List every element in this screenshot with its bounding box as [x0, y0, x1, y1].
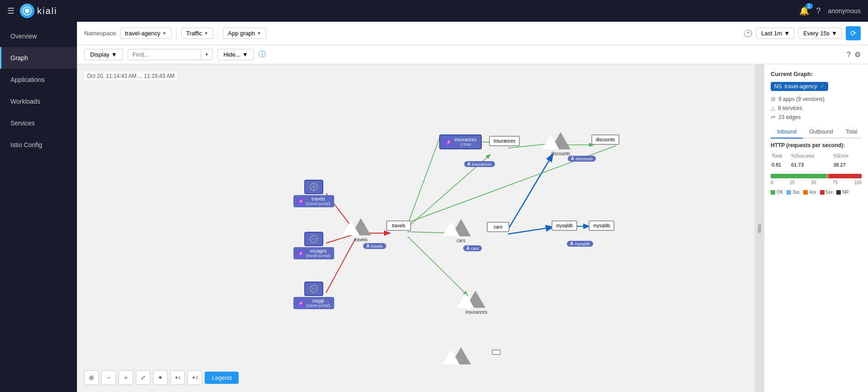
hamburger-menu[interactable]: ☰: [7, 6, 14, 16]
traffic-label: Traffic: [186, 30, 202, 37]
stats-services: △ 8 services: [771, 105, 862, 111]
user-label: anonymous: [828, 7, 861, 14]
settings-graph-button[interactable]: ⚙: [854, 50, 861, 59]
time-range-value: Last 1m: [761, 30, 782, 37]
bar-labels: 0 25 50 75 100: [771, 180, 862, 185]
node-travels-bottom-svc[interactable]: [451, 347, 471, 366]
node-insurances-svc-top[interactable]: insurances: [489, 136, 520, 146]
interval-select[interactable]: Every 15s ▼: [798, 28, 842, 39]
toolbar2-right: ? ⚙: [847, 50, 861, 59]
right-panel: Current Graph: NS travel-agency ✔ ⊞ 9 ap…: [764, 64, 868, 392]
legend-nr: NR: [836, 190, 849, 195]
node-voyages[interactable]: ⚡ voyages(travel-portal): [293, 232, 334, 259]
graph-type-select[interactable]: App graph ▼: [223, 28, 266, 39]
app2-button[interactable]: ✦2: [187, 370, 202, 385]
ns-label: NS: [774, 83, 782, 90]
http-bar: 0 25 50 75 100: [771, 174, 862, 185]
node-discounts-app[interactable]: discounts: [591, 134, 619, 145]
bar-label-100: 100: [854, 180, 862, 185]
interval-value: Every 15s: [803, 30, 830, 37]
col-success: %Success: [791, 153, 832, 160]
tab-total[interactable]: Total: [839, 126, 863, 139]
node-sublabel-insurances-wl: 1 host: [455, 142, 476, 147]
zoom-in-button[interactable]: +: [119, 370, 133, 385]
node-mysql-svc[interactable]: mysqldb: [551, 220, 577, 231]
node-discounts-svc[interactable]: discounts: [551, 132, 571, 156]
divider-1: [176, 27, 177, 40]
sidebar-item-services[interactable]: Services: [0, 112, 77, 134]
current-graph-title: Current Graph:: [771, 71, 862, 77]
val-error: 38.27: [833, 161, 861, 168]
node-cars-app[interactable]: cars: [487, 222, 509, 232]
ns-name: travel-agency: [785, 83, 817, 90]
history-icon[interactable]: 🕐: [743, 29, 753, 38]
node-cars-svc[interactable]: cars: [451, 219, 471, 243]
refresh-button[interactable]: ⟳: [846, 26, 861, 40]
app1-button[interactable]: ✦1: [170, 370, 185, 385]
legend-nr-dot: [836, 190, 841, 195]
hide-panel-handle[interactable]: Hide: [755, 64, 764, 392]
node-travels-app[interactable]: travels: [386, 220, 411, 231]
notification-icon[interactable]: 🔔 1: [799, 6, 809, 16]
sidebar-item-workloads[interactable]: Workloads: [0, 91, 77, 112]
label-mysql-app: mysqldb: [593, 223, 610, 228]
bar-label-50: 50: [811, 180, 816, 185]
layout-button[interactable]: ⊕: [84, 370, 99, 385]
node-sublabel-viaggi: (travel-portal): [306, 303, 331, 308]
main-toolbar: Namespace: travel-agency ▼ Traffic ▼ App…: [77, 22, 868, 45]
http-row: 0.81 61.73 38.27: [772, 161, 861, 168]
badge-travels-label: travels: [371, 244, 383, 249]
tab-inbound[interactable]: Inbound: [771, 126, 803, 139]
sidebar-item-applications[interactable]: Applications: [0, 69, 77, 91]
val-success: 61.73: [791, 161, 832, 168]
services-icon: △: [771, 105, 775, 111]
badge-mysql-label: mysqldb: [575, 242, 590, 246]
sidebar-item-overview[interactable]: Overview: [0, 25, 77, 47]
display-button[interactable]: Display ▼: [84, 49, 123, 60]
label-insurances-svc-bot: insurances: [465, 310, 487, 315]
logo: kiali: [20, 4, 57, 18]
logo-icon: [20, 4, 34, 18]
node-insurances-svc-bot[interactable]: insurances: [465, 291, 487, 315]
zoom-out-button[interactable]: −: [101, 370, 116, 385]
legend-3xx: 3xx: [786, 190, 800, 195]
apps-count: 9 apps (9 versions): [778, 96, 825, 102]
legend-4xx-dot: [803, 190, 808, 195]
namespace-select[interactable]: travel-agency ▼: [120, 28, 172, 39]
node-travels-bottom-app[interactable]: [492, 349, 501, 355]
legend-button[interactable]: Legend: [205, 372, 239, 384]
node-mysql-app[interactable]: mysqldb: [589, 220, 614, 231]
tab-outbound[interactable]: Outbound: [803, 126, 839, 139]
node-label-voyages: voyages: [306, 249, 331, 253]
find-arrow-icon[interactable]: ▼: [201, 50, 213, 59]
services-count: 8 services: [778, 105, 802, 111]
help-graph-button[interactable]: ?: [847, 51, 851, 59]
node-travels-portal-1[interactable]: ⚡ travels(travel-portal): [293, 180, 334, 207]
find-input[interactable]: [128, 49, 201, 60]
stats-apps: ⊞ 9 apps (9 versions): [771, 96, 862, 102]
layout: Overview Graph Applications Workloads Se…: [0, 22, 868, 392]
badge-discounts: A discounts: [568, 155, 596, 162]
node-viaggi[interactable]: ⚡ viaggi(travel-portal): [293, 282, 334, 309]
help-icon[interactable]: ?: [816, 6, 821, 16]
time-range-select[interactable]: Last 1m ▼: [756, 28, 795, 39]
fit-button[interactable]: ⤢: [136, 370, 150, 385]
info-icon[interactable]: ⓘ: [259, 50, 266, 59]
app-layout-button[interactable]: ✦: [153, 370, 168, 385]
graph-type-arrow-icon: ▼: [257, 31, 261, 36]
panel-tabs: Inbound Outbound Total: [771, 126, 862, 139]
graph-canvas[interactable]: Oct 20, 11:14:43 AM ... 11:15:43 AM: [77, 64, 755, 392]
label-mysql-svc: mysqldb: [556, 223, 573, 228]
label-discounts-app: discounts: [596, 137, 615, 142]
edges-icon: ⇌: [771, 114, 776, 120]
node-insurances-workload[interactable]: ⚡ insurances1 host: [439, 134, 482, 149]
sidebar-item-istio-config[interactable]: Istio Config: [0, 134, 77, 156]
hide-arrow-icon: ▼: [242, 51, 248, 58]
edges-count: 23 edges: [778, 114, 801, 120]
node-travels-svc[interactable]: travels: [351, 218, 371, 242]
sidebar-item-graph[interactable]: Graph: [0, 47, 77, 69]
traffic-select[interactable]: Traffic ▼: [181, 28, 213, 39]
hide-select[interactable]: Hide... ▼: [217, 49, 254, 60]
svg-point-1: [25, 9, 29, 13]
node-sublabel-voyages: (travel-portal): [306, 253, 331, 258]
